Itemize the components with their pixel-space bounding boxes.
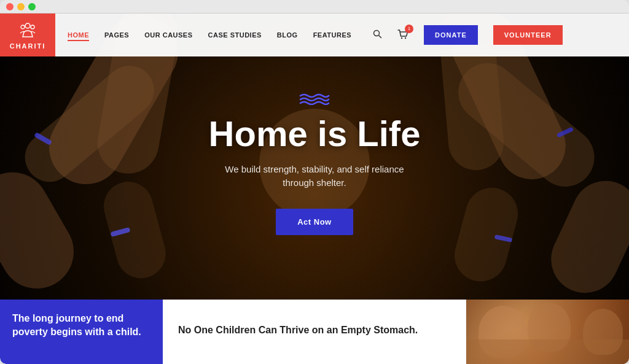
bottom-card-blue: The long journey to end poverty begins w… (0, 300, 163, 364)
svg-point-4 (401, 37, 402, 38)
volunteer-button[interactable]: VOLUNTEER (493, 25, 563, 45)
bottom-card-image (466, 300, 629, 364)
svg-point-3 (374, 31, 380, 36)
minimize-button-dot[interactable] (17, 3, 25, 10)
logo-icon (18, 21, 37, 41)
svg-point-5 (405, 37, 406, 38)
slider-dot-1[interactable] (305, 300, 317, 305)
hero-subtitle: We build strength, stability, and self r… (209, 163, 421, 190)
logo-text: CHARITI (10, 42, 46, 50)
nav-item-home[interactable]: HOME (68, 31, 89, 39)
nav-item-blog[interactable]: BLOG (277, 31, 298, 39)
maximize-button-dot[interactable] (28, 3, 36, 10)
slider-dot-2[interactable] (320, 300, 325, 305)
hero-background: Home is Life We build strength, stabilit… (0, 14, 629, 314)
nav-item-features[interactable]: FEATURES (313, 31, 351, 39)
donate-button[interactable]: DONATE (424, 25, 478, 45)
logo-area[interactable]: CHARITI (0, 14, 55, 56)
nav-item-pages[interactable]: PAGES (104, 31, 129, 39)
cart-icon[interactable]: 1 (397, 29, 408, 41)
window-chrome (0, 0, 629, 14)
svg-point-1 (21, 25, 25, 29)
svg-point-2 (31, 25, 34, 29)
hero-title: Home is Life (209, 114, 421, 153)
svg-point-0 (25, 23, 30, 28)
close-button-dot[interactable] (6, 3, 14, 10)
hero-section: Home is Life We build strength, stabilit… (0, 14, 629, 314)
bottom-card-title: No One Children Can Thrive on an Empty S… (178, 324, 450, 337)
navbar: CHARITI HOME PAGES OUR CAUSES CASE STUDI… (0, 14, 629, 56)
hero-content: Home is Life We build strength, stabilit… (197, 93, 433, 235)
bottom-card-white: No One Children Can Thrive on an Empty S… (163, 300, 466, 364)
nav-item-case-studies[interactable]: CASE STUDIES (208, 31, 262, 39)
bottom-card-blue-text: The long journey to end poverty begins w… (12, 312, 150, 339)
search-icon[interactable] (373, 29, 382, 41)
browser-content: Home is Life We build strength, stabilit… (0, 14, 629, 364)
cart-badge: 1 (405, 25, 413, 33)
slider-controls (305, 300, 325, 305)
nav-links: HOME PAGES OUR CAUSES CASE STUDIES BLOG … (55, 14, 629, 56)
act-now-button[interactable]: Act Now (276, 209, 353, 235)
wave-icon (209, 93, 421, 105)
bottom-section: The long journey to end poverty begins w… (0, 300, 629, 364)
nav-item-causes[interactable]: OUR CAUSES (144, 31, 192, 39)
